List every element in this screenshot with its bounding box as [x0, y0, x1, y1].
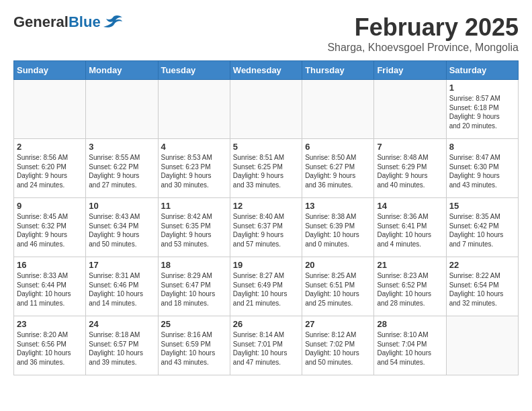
day-info: Sunrise: 8:35 AM Sunset: 6:42 PM Dayligh… [449, 212, 515, 248]
calendar-cell [302, 80, 374, 139]
day-info: Sunrise: 8:31 AM Sunset: 6:46 PM Dayligh… [89, 271, 154, 308]
day-info: Sunrise: 8:29 AM Sunset: 6:47 PM Dayligh… [161, 271, 227, 308]
day-info: Sunrise: 8:16 AM Sunset: 6:59 PM Dayligh… [161, 330, 227, 367]
day-number: 25 [161, 319, 227, 329]
day-info: Sunrise: 8:18 AM Sunset: 6:57 PM Dayligh… [89, 330, 154, 367]
col-header-sunday: Sunday [14, 61, 86, 80]
calendar-cell: 10Sunrise: 8:43 AM Sunset: 6:34 PM Dayli… [86, 198, 158, 257]
calendar-cell: 22Sunrise: 8:22 AM Sunset: 6:54 PM Dayli… [446, 257, 518, 316]
day-number: 20 [305, 260, 371, 270]
day-info: Sunrise: 8:12 AM Sunset: 7:02 PM Dayligh… [305, 330, 371, 367]
calendar-cell: 4Sunrise: 8:53 AM Sunset: 6:23 PM Daylig… [158, 139, 230, 198]
day-number: 27 [305, 319, 371, 329]
calendar-cell: 12Sunrise: 8:40 AM Sunset: 6:37 PM Dayli… [230, 198, 302, 257]
day-info: Sunrise: 8:25 AM Sunset: 6:51 PM Dayligh… [305, 271, 371, 308]
logo-text: GeneralBlue [13, 13, 101, 31]
day-number: 14 [377, 201, 443, 211]
calendar-cell: 3Sunrise: 8:55 AM Sunset: 6:22 PM Daylig… [86, 139, 158, 198]
calendar-cell: 19Sunrise: 8:27 AM Sunset: 6:49 PM Dayli… [230, 257, 302, 316]
calendar-cell: 16Sunrise: 8:33 AM Sunset: 6:44 PM Dayli… [14, 257, 86, 316]
calendar-cell: 11Sunrise: 8:42 AM Sunset: 6:35 PM Dayli… [158, 198, 230, 257]
calendar-cell: 9Sunrise: 8:45 AM Sunset: 6:32 PM Daylig… [14, 198, 86, 257]
col-header-wednesday: Wednesday [230, 61, 302, 80]
calendar-cell [446, 316, 518, 375]
calendar-cell: 24Sunrise: 8:18 AM Sunset: 6:57 PM Dayli… [86, 316, 158, 375]
calendar-cell: 20Sunrise: 8:25 AM Sunset: 6:51 PM Dayli… [302, 257, 374, 316]
day-info: Sunrise: 8:36 AM Sunset: 6:41 PM Dayligh… [377, 212, 443, 248]
day-number: 19 [233, 260, 299, 270]
day-number: 28 [377, 319, 443, 329]
day-info: Sunrise: 8:43 AM Sunset: 6:34 PM Dayligh… [89, 212, 154, 248]
day-info: Sunrise: 8:33 AM Sunset: 6:44 PM Dayligh… [17, 271, 83, 308]
day-number: 13 [305, 201, 371, 211]
calendar-cell: 1Sunrise: 8:57 AM Sunset: 6:18 PM Daylig… [446, 80, 518, 139]
day-info: Sunrise: 8:23 AM Sunset: 6:52 PM Dayligh… [377, 271, 443, 308]
day-number: 3 [89, 142, 154, 152]
day-number: 2 [17, 142, 83, 152]
day-info: Sunrise: 8:48 AM Sunset: 6:29 PM Dayligh… [377, 153, 443, 189]
day-info: Sunrise: 8:20 AM Sunset: 6:56 PM Dayligh… [17, 330, 83, 367]
calendar-cell: 2Sunrise: 8:56 AM Sunset: 6:20 PM Daylig… [14, 139, 86, 198]
day-number: 16 [17, 260, 83, 270]
day-number: 17 [89, 260, 154, 270]
day-number: 9 [17, 201, 83, 211]
day-number: 23 [17, 319, 83, 329]
day-number: 15 [449, 201, 515, 211]
day-info: Sunrise: 8:38 AM Sunset: 6:39 PM Dayligh… [305, 212, 371, 248]
day-info: Sunrise: 8:51 AM Sunset: 6:25 PM Dayligh… [233, 153, 299, 189]
day-info: Sunrise: 8:42 AM Sunset: 6:35 PM Dayligh… [161, 212, 227, 248]
day-number: 18 [161, 260, 227, 270]
calendar-cell: 26Sunrise: 8:14 AM Sunset: 7:01 PM Dayli… [230, 316, 302, 375]
calendar-cell: 25Sunrise: 8:16 AM Sunset: 6:59 PM Dayli… [158, 316, 230, 375]
day-number: 22 [449, 260, 515, 270]
col-header-tuesday: Tuesday [158, 61, 230, 80]
day-info: Sunrise: 8:40 AM Sunset: 6:37 PM Dayligh… [233, 212, 299, 248]
calendar-cell: 15Sunrise: 8:35 AM Sunset: 6:42 PM Dayli… [446, 198, 518, 257]
calendar-cell: 8Sunrise: 8:47 AM Sunset: 6:30 PM Daylig… [446, 139, 518, 198]
calendar-cell [158, 80, 230, 139]
calendar-cell: 21Sunrise: 8:23 AM Sunset: 6:52 PM Dayli… [374, 257, 446, 316]
location: Sharga, Khoevsgoel Province, Mongolia [327, 42, 519, 54]
calendar-table: SundayMondayTuesdayWednesdayThursdayFrid… [13, 60, 519, 375]
day-info: Sunrise: 8:57 AM Sunset: 6:18 PM Dayligh… [449, 94, 515, 130]
calendar-cell [374, 80, 446, 139]
col-header-friday: Friday [374, 61, 446, 80]
calendar-cell: 14Sunrise: 8:36 AM Sunset: 6:41 PM Dayli… [374, 198, 446, 257]
calendar-cell: 6Sunrise: 8:50 AM Sunset: 6:27 PM Daylig… [302, 139, 374, 198]
day-number: 26 [233, 319, 299, 329]
calendar-week-2: 2Sunrise: 8:56 AM Sunset: 6:20 PM Daylig… [14, 139, 519, 198]
day-number: 12 [233, 201, 299, 211]
calendar-cell: 23Sunrise: 8:20 AM Sunset: 6:56 PM Dayli… [14, 316, 86, 375]
calendar-cell [230, 80, 302, 139]
day-info: Sunrise: 8:55 AM Sunset: 6:22 PM Dayligh… [89, 153, 154, 189]
day-number: 4 [161, 142, 227, 152]
day-info: Sunrise: 8:56 AM Sunset: 6:20 PM Dayligh… [17, 153, 83, 189]
calendar-cell [14, 80, 86, 139]
calendar-cell: 13Sunrise: 8:38 AM Sunset: 6:39 PM Dayli… [302, 198, 374, 257]
logo: GeneralBlue [13, 13, 122, 31]
day-info: Sunrise: 8:22 AM Sunset: 6:54 PM Dayligh… [449, 271, 515, 308]
day-number: 6 [305, 142, 371, 152]
day-info: Sunrise: 8:10 AM Sunset: 7:04 PM Dayligh… [377, 330, 443, 367]
day-info: Sunrise: 8:27 AM Sunset: 6:49 PM Dayligh… [233, 271, 299, 308]
day-number: 21 [377, 260, 443, 270]
day-number: 7 [377, 142, 443, 152]
calendar-cell: 27Sunrise: 8:12 AM Sunset: 7:02 PM Dayli… [302, 316, 374, 375]
day-number: 24 [89, 319, 154, 329]
day-number: 11 [161, 201, 227, 211]
calendar-cell: 18Sunrise: 8:29 AM Sunset: 6:47 PM Dayli… [158, 257, 230, 316]
calendar-cell [86, 80, 158, 139]
day-number: 10 [89, 201, 154, 211]
calendar-week-4: 16Sunrise: 8:33 AM Sunset: 6:44 PM Dayli… [14, 257, 519, 316]
day-info: Sunrise: 8:47 AM Sunset: 6:30 PM Dayligh… [449, 153, 515, 189]
calendar-cell: 28Sunrise: 8:10 AM Sunset: 7:04 PM Dayli… [374, 316, 446, 375]
calendar-week-5: 23Sunrise: 8:20 AM Sunset: 6:56 PM Dayli… [14, 316, 519, 375]
col-header-thursday: Thursday [302, 61, 374, 80]
day-number: 8 [449, 142, 515, 152]
day-info: Sunrise: 8:50 AM Sunset: 6:27 PM Dayligh… [305, 153, 371, 189]
calendar-header-row: SundayMondayTuesdayWednesdayThursdayFrid… [14, 61, 519, 80]
col-header-monday: Monday [86, 61, 158, 80]
day-info: Sunrise: 8:45 AM Sunset: 6:32 PM Dayligh… [17, 212, 83, 248]
day-number: 5 [233, 142, 299, 152]
day-number: 1 [449, 83, 515, 93]
